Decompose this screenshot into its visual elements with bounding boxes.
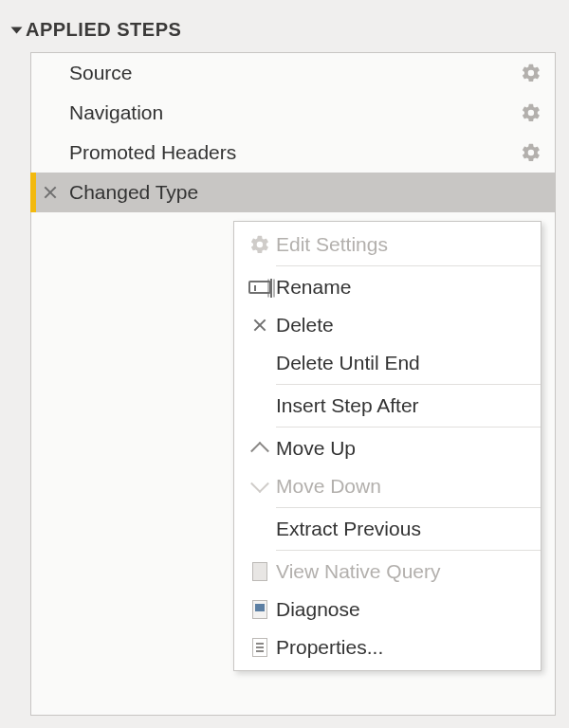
applied-steps-panel: APPLIED STEPS SourceNavigationPromoted H… <box>0 0 569 728</box>
menu-separator <box>276 427 541 428</box>
chevron-down-icon <box>244 480 276 493</box>
step-row[interactable]: Navigation <box>31 93 555 133</box>
step-row[interactable]: Changed Type <box>31 173 555 212</box>
menu-item[interactable]: Extract Previous <box>234 510 541 548</box>
menu-item: Edit Settings <box>234 226 541 264</box>
steps-list: SourceNavigationPromoted HeadersChanged … <box>30 52 556 716</box>
menu-item-label: Insert Step After <box>276 394 419 417</box>
menu-separator <box>276 550 541 551</box>
context-menu: Edit SettingsRenameDeleteDelete Until En… <box>233 221 541 671</box>
menu-item-label: Diagnose <box>276 598 360 621</box>
menu-item[interactable]: Delete <box>234 306 541 344</box>
menu-item-label: Delete <box>276 314 334 337</box>
menu-item-label: Move Down <box>276 475 381 498</box>
menu-item-label: Extract Previous <box>276 518 421 540</box>
menu-item-label: Delete Until End <box>276 352 420 374</box>
menu-item[interactable]: Diagnose <box>234 591 541 628</box>
step-label: Source <box>62 62 521 84</box>
document-stack-icon <box>244 562 276 581</box>
step-row[interactable]: Promoted Headers <box>31 133 555 173</box>
menu-item: Move Down <box>234 467 541 505</box>
menu-item: View Native Query <box>234 553 541 591</box>
menu-item-label: Edit Settings <box>276 233 388 256</box>
gear-icon <box>244 234 276 255</box>
gear-icon[interactable] <box>521 102 541 123</box>
menu-item-label: Properties... <box>276 636 383 659</box>
menu-separator <box>276 265 541 266</box>
diagnose-icon <box>244 600 276 619</box>
panel-title: APPLIED STEPS <box>26 19 181 41</box>
gear-icon[interactable] <box>521 142 541 163</box>
menu-separator <box>276 507 541 508</box>
properties-icon <box>244 638 276 657</box>
menu-item[interactable]: Move Up <box>234 429 541 467</box>
panel-header[interactable]: APPLIED STEPS <box>13 19 556 41</box>
menu-separator <box>276 384 541 385</box>
menu-item-label: Rename <box>276 276 351 299</box>
rename-icon <box>244 281 276 294</box>
step-label: Promoted Headers <box>62 141 521 164</box>
delete-step-icon[interactable] <box>39 186 62 199</box>
selection-bar <box>30 173 36 212</box>
menu-item[interactable]: Delete Until End <box>234 344 541 382</box>
step-label: Changed Type <box>62 181 541 204</box>
step-row[interactable]: Source <box>31 53 555 93</box>
gear-icon[interactable] <box>521 63 541 83</box>
chevron-up-icon <box>244 442 276 455</box>
x-icon <box>244 318 276 332</box>
menu-item-label: Move Up <box>276 437 356 460</box>
menu-item[interactable]: Rename <box>234 268 541 306</box>
menu-item[interactable]: Insert Step After <box>234 387 541 425</box>
menu-item[interactable]: Properties... <box>234 628 541 666</box>
collapse-icon <box>11 27 23 33</box>
menu-item-label: View Native Query <box>276 560 441 583</box>
step-label: Navigation <box>62 101 521 124</box>
